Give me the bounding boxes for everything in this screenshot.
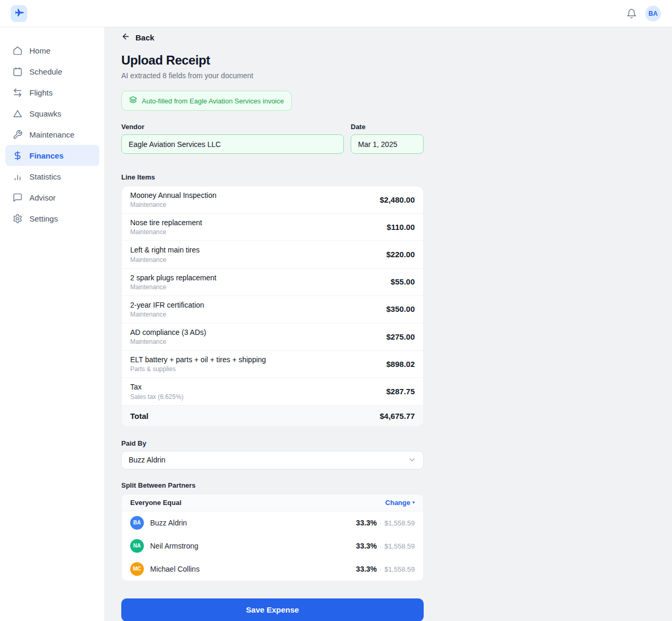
sidebar-item-finances[interactable]: Finances [5, 145, 99, 166]
line-item-name: Mooney Annual Inspection [130, 191, 216, 200]
line-item-row: ELT battery + parts + oil + tires + ship… [122, 350, 423, 377]
line-item-amount: $55.00 [391, 277, 415, 286]
avatar: BA [130, 516, 144, 530]
save-expense-button[interactable]: Save Expense [121, 598, 424, 621]
line-item-name: Nose tire replacement [130, 218, 202, 227]
sidebar-item-flights[interactable]: Flights [5, 82, 99, 103]
partner-amount: $1,558.59 [384, 565, 415, 573]
split-card: Everyone Equal Change ▾ BA Buzz Aldrin 3… [121, 494, 424, 581]
sidebar-item-maintenance[interactable]: Maintenance [5, 124, 99, 145]
sidebar-item-label: Schedule [29, 67, 62, 76]
split-header: Everyone Equal Change ▾ [122, 494, 423, 511]
line-item-amount: $898.02 [386, 360, 415, 369]
transfer-arrows-icon [13, 88, 23, 98]
line-item-amount: $350.00 [386, 304, 415, 313]
sidebar-item-label: Settings [29, 214, 58, 223]
line-items-card: Mooney Annual Inspection Maintenance $2,… [121, 186, 424, 427]
paid-by-select[interactable]: Buzz Aldrin [121, 451, 424, 469]
home-icon [13, 46, 23, 56]
line-item-row: 2-year IFR certification Maintenance $35… [122, 296, 423, 323]
partner-name: Buzz Aldrin [150, 519, 187, 527]
line-item-name: ELT battery + parts + oil + tires + ship… [130, 355, 266, 364]
gear-icon [13, 214, 23, 224]
sidebar-item-label: Flights [29, 88, 52, 97]
sidebar-item-settings[interactable]: Settings [5, 208, 99, 229]
partner-row: BA Buzz Aldrin 33.3% · $1,558.59 [122, 511, 423, 534]
back-label: Back [135, 33, 154, 42]
split-mode: Everyone Equal [130, 499, 182, 507]
paid-by-value: Buzz Aldrin [129, 456, 165, 464]
page-title: Upload Receipt [121, 53, 424, 68]
sidebar-item-label: Home [29, 46, 50, 55]
line-item-row: Mooney Annual Inspection Maintenance $2,… [122, 186, 423, 213]
calendar-icon [13, 67, 23, 77]
partner-share: 33.3% · $1,558.59 [356, 542, 415, 550]
user-avatar[interactable]: BA [645, 6, 661, 22]
line-item-name: Left & right main tires [130, 245, 200, 255]
autofill-badge: Auto-filled from Eagle Aviation Services… [121, 91, 292, 111]
dollar-icon [13, 151, 23, 161]
partner-percent: 33.3% [356, 542, 377, 550]
partner-name: Neil Armstrong [150, 542, 198, 550]
topbar-actions: BA [626, 6, 661, 22]
line-item-name: 2 spark plugs replacement [130, 273, 216, 282]
total-row: Total $4,675.77 [122, 405, 423, 426]
line-items-label: Line Items [121, 173, 424, 181]
line-item-row: Left & right main tires Maintenance $220… [122, 240, 423, 268]
sidebar-item-label: Statistics [29, 172, 61, 181]
avatar: MC [130, 562, 144, 576]
sidebar-item-label: Finances [29, 151, 64, 160]
partner-percent: 33.3% [356, 565, 377, 573]
line-item-name: 2-year IFR certification [130, 300, 204, 310]
change-split-button[interactable]: Change ▾ [385, 499, 415, 507]
line-item-amount: $287.75 [386, 387, 415, 396]
line-item-row: Nose tire replacement Maintenance $110.0… [122, 213, 423, 240]
separator-dot: · [380, 565, 382, 573]
line-item-category: Maintenance [130, 228, 202, 236]
change-label: Change [385, 499, 411, 507]
bar-chart-icon [13, 172, 23, 182]
sidebar-item-home[interactable]: Home [5, 40, 99, 61]
sidebar-item-squawks[interactable]: Squawks [5, 103, 99, 124]
wrench-icon [13, 130, 23, 140]
partner-name: Michael Collins [150, 565, 200, 573]
autofill-badge-label: Auto-filled from Eagle Aviation Services… [142, 97, 284, 105]
sidebar-item-label: Maintenance [29, 130, 75, 139]
sidebar-item-label: Advisor [29, 193, 56, 202]
total-label: Total [130, 412, 149, 420]
separator-dot: · [380, 519, 382, 527]
arrow-left-icon [121, 32, 130, 43]
partner-amount: $1,558.59 [384, 542, 415, 550]
paid-by-label: Paid By [121, 439, 424, 447]
back-button[interactable]: Back [121, 32, 154, 43]
sidebar-item-advisor[interactable]: Advisor [5, 187, 99, 208]
line-item-category: Maintenance [130, 201, 216, 208]
vendor-input[interactable] [121, 134, 344, 154]
bell-icon[interactable] [626, 8, 637, 19]
layers-icon [129, 96, 137, 106]
partner-amount: $1,558.59 [384, 519, 415, 527]
line-item-category: Sales tax (6.625%) [130, 393, 183, 401]
line-item-category: Maintenance [130, 283, 216, 291]
line-item-name: AD compliance (3 ADs) [130, 328, 206, 337]
chat-bubble-icon [13, 193, 23, 203]
line-item-row: AD compliance (3 ADs) Maintenance $275.0… [122, 323, 423, 350]
plane-icon [14, 8, 24, 19]
vendor-label: Vendor [121, 123, 344, 131]
caret-down-icon: ▾ [412, 500, 415, 505]
partner-row: NA Neil Armstrong 33.3% · $1,558.59 [122, 534, 423, 557]
line-item-row: 2 spark plugs replacement Maintenance $5… [122, 268, 423, 296]
line-item-row: Tax Sales tax (6.625%) $287.75 [122, 377, 423, 405]
date-label: Date [351, 123, 424, 131]
main-content: Back Upload Receipt AI extracted 8 field… [105, 27, 672, 621]
line-item-amount: $2,480.00 [380, 195, 415, 204]
sidebar-item-statistics[interactable]: Statistics [5, 166, 99, 187]
line-item-amount: $110.00 [387, 223, 415, 231]
app-logo[interactable] [10, 5, 27, 22]
sidebar-item-schedule[interactable]: Schedule [5, 61, 99, 82]
partner-share: 33.3% · $1,558.59 [356, 519, 415, 527]
split-label: Split Between Partners [121, 481, 424, 489]
sidebar: Home Schedule Flights [0, 27, 105, 621]
line-item-amount: $220.00 [386, 250, 415, 259]
date-input[interactable] [351, 134, 424, 154]
